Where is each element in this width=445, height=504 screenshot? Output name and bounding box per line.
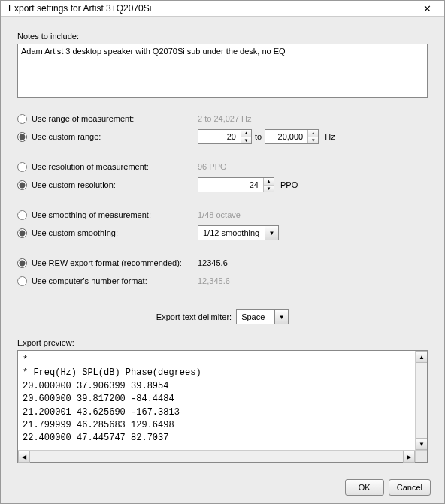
smoothing-group: Use smoothing of measurement: 1/48 octav… (17, 206, 428, 242)
preview-text: * * Freq(Hz) SPL(dB) Phase(degrees) 20.0… (18, 351, 415, 450)
delimiter-select[interactable]: Space ▼ (236, 309, 289, 324)
scroll-left-icon[interactable]: ◀ (18, 451, 30, 463)
ok-button[interactable]: OK (345, 479, 384, 496)
dialog-content: Notes to include: Adam Artist 3 desktop … (1, 17, 444, 470)
format-computer-radio[interactable] (17, 276, 27, 286)
range-from-input[interactable] (198, 130, 241, 143)
range-measurement-hint: 2 to 24,027 Hz (198, 114, 252, 123)
scroll-track[interactable] (416, 363, 427, 438)
format-computer-label: Use computer's number format: (32, 276, 147, 285)
range-to-label: to (255, 132, 262, 141)
format-rew-radio[interactable] (17, 258, 27, 268)
spinner-up-icon[interactable]: ▲ (264, 178, 274, 186)
range-to-input[interactable] (265, 130, 307, 143)
spinner-down-icon[interactable]: ▼ (264, 186, 274, 192)
spinner-down-icon[interactable]: ▼ (241, 137, 251, 144)
titlebar: Export settings for Artist 3+Q2070Si ✕ (1, 1, 444, 17)
range-measurement-label: Use range of measurement: (32, 114, 134, 123)
spinner-down-icon[interactable]: ▼ (308, 137, 318, 144)
smoothing-measurement-option[interactable]: Use smoothing of measurement: (17, 210, 198, 220)
smoothing-measurement-radio[interactable] (17, 210, 27, 220)
range-custom-radio[interactable] (17, 132, 27, 142)
spinner-up-icon[interactable]: ▲ (241, 130, 251, 137)
spinner-up-icon[interactable]: ▲ (308, 130, 318, 137)
resolution-group: Use resolution of measurement: 96 PPO Us… (17, 158, 428, 194)
vertical-scrollbar[interactable]: ▲ ▼ (415, 351, 427, 450)
chevron-down-icon[interactable]: ▼ (265, 226, 278, 240)
range-measurement-radio[interactable] (17, 114, 27, 124)
range-measurement-option[interactable]: Use range of measurement: (17, 114, 198, 124)
format-rew-hint: 12345.6 (198, 258, 228, 267)
resolution-measurement-hint: 96 PPO (198, 162, 227, 171)
resolution-measurement-label: Use resolution of measurement: (32, 162, 149, 171)
dialog-footer: OK Cancel (1, 470, 444, 504)
scroll-track[interactable] (30, 451, 403, 462)
close-icon: ✕ (423, 3, 431, 14)
resolution-custom-option[interactable]: Use custom resolution: (17, 180, 198, 190)
range-custom-values: ▲ ▼ to ▲ ▼ Hz (198, 129, 335, 144)
resolution-custom-values: ▲ ▼ PPO (198, 177, 298, 192)
format-computer-hint: 12,345.6 (198, 276, 230, 285)
smoothing-custom-option[interactable]: Use custom smoothing: (17, 228, 198, 238)
smoothing-measurement-label: Use smoothing of measurement: (32, 210, 151, 219)
dialog-window: Export settings for Artist 3+Q2070Si ✕ N… (0, 0, 445, 504)
scroll-down-icon[interactable]: ▼ (416, 438, 427, 450)
format-rew-option[interactable]: Use REW export format (recommended): (17, 258, 198, 268)
resolution-spinner[interactable]: ▲ ▼ (198, 177, 274, 192)
range-unit: Hz (325, 132, 335, 141)
smoothing-select[interactable]: 1/12 smoothing ▼ (198, 225, 279, 240)
format-computer-option[interactable]: Use computer's number format: (17, 276, 198, 286)
smoothing-custom-radio[interactable] (17, 228, 27, 238)
delimiter-label: Export text delimiter: (156, 312, 232, 321)
resolution-custom-radio[interactable] (17, 180, 27, 190)
format-group: Use REW export format (recommended): 123… (17, 254, 428, 290)
horizontal-scrollbar[interactable]: ◀ ▶ (18, 450, 427, 462)
smoothing-select-value: 1/12 smoothing (198, 226, 265, 240)
range-custom-option[interactable]: Use custom range: (17, 132, 198, 142)
resolution-measurement-radio[interactable] (17, 162, 27, 172)
notes-label: Notes to include: (17, 32, 428, 41)
range-to-spinner[interactable]: ▲ ▼ (265, 129, 319, 144)
resolution-unit: PPO (280, 180, 298, 189)
cancel-button[interactable]: Cancel (389, 479, 431, 496)
smoothing-custom-label: Use custom smoothing: (32, 228, 118, 237)
close-button[interactable]: ✕ (416, 1, 438, 16)
window-title: Export settings for Artist 3+Q2070Si (8, 3, 151, 14)
range-from-spinner[interactable]: ▲ ▼ (198, 129, 252, 144)
delimiter-select-value: Space (237, 310, 274, 324)
delimiter-row: Export text delimiter: Space ▼ (17, 309, 428, 324)
range-custom-label: Use custom range: (32, 132, 101, 141)
smoothing-measurement-hint: 1/48 octave (198, 210, 241, 219)
resolution-custom-label: Use custom resolution: (32, 180, 116, 189)
preview-box: * * Freq(Hz) SPL(dB) Phase(degrees) 20.0… (17, 350, 428, 463)
scroll-corner (415, 451, 427, 462)
format-rew-label: Use REW export format (recommended): (32, 258, 182, 267)
preview-label: Export preview: (17, 338, 428, 347)
chevron-down-icon[interactable]: ▼ (274, 310, 288, 324)
notes-textarea[interactable]: Adam Artist 3 desktop speaker with Q2070… (17, 44, 428, 98)
resolution-input[interactable] (198, 178, 263, 192)
scroll-up-icon[interactable]: ▲ (416, 351, 427, 363)
range-group: Use range of measurement: 2 to 24,027 Hz… (17, 110, 428, 146)
resolution-measurement-option[interactable]: Use resolution of measurement: (17, 162, 198, 172)
scroll-right-icon[interactable]: ▶ (403, 451, 415, 463)
smoothing-custom-values: 1/12 smoothing ▼ (198, 225, 279, 240)
